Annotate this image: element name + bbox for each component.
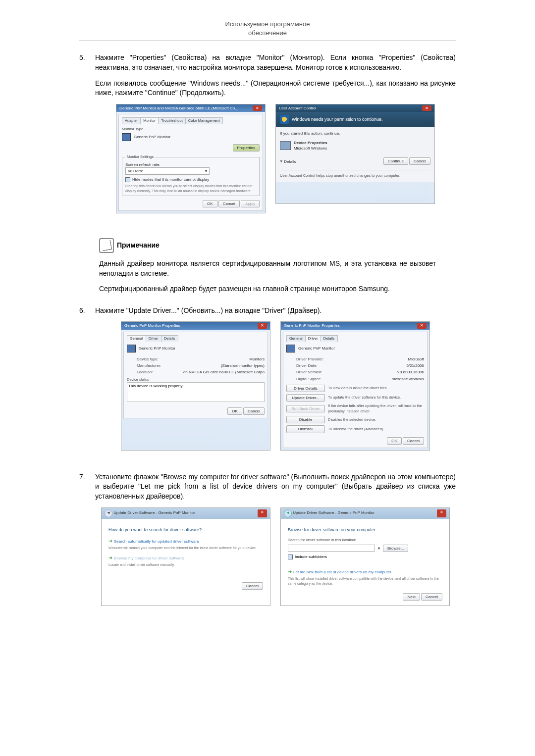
uac-device-vendor: Microsoft Windows bbox=[294, 146, 327, 151]
cancel-button[interactable]: Cancel bbox=[218, 200, 240, 207]
cancel-button[interactable]: Cancel bbox=[243, 407, 265, 415]
tab-driver[interactable]: Driver bbox=[305, 335, 321, 342]
back-icon[interactable]: ◄ bbox=[105, 509, 112, 517]
arrow-icon: ➔ bbox=[108, 555, 112, 560]
pnp-driver-title: Generic PnP Monitor Properties bbox=[284, 323, 340, 328]
update-driver-button[interactable]: Update Driver... bbox=[286, 394, 325, 402]
disable-button[interactable]: Disable bbox=[286, 416, 325, 423]
pnp-general-title: Generic PnP Monitor Properties bbox=[124, 323, 180, 328]
tab-monitor[interactable]: Monitor bbox=[140, 117, 159, 124]
hide-modes-checkbox[interactable] bbox=[125, 177, 130, 182]
ok-button[interactable]: OK bbox=[227, 407, 242, 415]
arrow-icon: ➔ bbox=[108, 538, 112, 544]
wiz2-option-pick[interactable]: Let me pick from a list of device driver… bbox=[293, 570, 391, 574]
cancel-button[interactable]: Cancel bbox=[403, 437, 424, 445]
back-icon[interactable]: ◄ bbox=[284, 509, 292, 517]
rollback-driver-button[interactable]: Roll Back Driver bbox=[286, 405, 325, 412]
update-driver-wizard-search: ◄ Update Driver Software - Generic PnP M… bbox=[101, 507, 270, 606]
step-6-text: Нажмите "Update Driver..." (Обновить...)… bbox=[95, 306, 456, 316]
chevron-down-icon: ▾ bbox=[205, 168, 207, 174]
tab-details[interactable]: Details bbox=[161, 335, 178, 342]
uac-footer: User Account Control helps stop unauthor… bbox=[280, 170, 430, 179]
note-text-2: Сертифицированный драйвер будет размещен… bbox=[99, 284, 436, 294]
close-icon[interactable]: ✕ bbox=[417, 323, 427, 328]
close-icon[interactable]: ✕ bbox=[258, 323, 267, 328]
pnp-driver-name: Generic PnP Monitor bbox=[298, 346, 335, 351]
step-7-number: 7. bbox=[79, 472, 95, 616]
device-status-label: Device status bbox=[127, 377, 265, 383]
tab-troubleshoot[interactable]: Troubleshoot bbox=[158, 117, 186, 124]
close-icon[interactable]: ✕ bbox=[437, 509, 446, 517]
pnp-properties-driver-window: Generic PnP Monitor Properties ✕ General… bbox=[280, 321, 430, 450]
wiz1-option-auto-desc: Windows will search your computer and th… bbox=[108, 546, 263, 551]
tab-adapter[interactable]: Adapter bbox=[122, 117, 141, 124]
cancel-button[interactable]: Cancel bbox=[409, 157, 430, 165]
shield-icon bbox=[280, 115, 289, 124]
step-5-text-2: Если появилось сообщение "Windows needs.… bbox=[95, 79, 456, 98]
include-subfolders-label: Include subfolders bbox=[295, 554, 327, 559]
ok-button[interactable]: OK bbox=[387, 437, 402, 445]
monitor-name: Generic PnP Monitor bbox=[134, 134, 170, 140]
apply-button[interactable]: Apply bbox=[241, 200, 260, 207]
page-header: Используемое программное обеспечение bbox=[79, 20, 456, 41]
step-7-text: Установите флажок "Browse my computer fo… bbox=[95, 472, 456, 502]
driver-details-button[interactable]: Driver Details bbox=[286, 385, 325, 392]
note-text-1: Данный драйвер монитора является сертифи… bbox=[99, 259, 436, 278]
wiz2-option-pick-desc: This list will show installed driver sof… bbox=[288, 576, 442, 586]
location-input[interactable] bbox=[288, 545, 375, 552]
monitor-window-title: Generic PnP Monitor and NVIDIA GeForce 6… bbox=[119, 105, 238, 111]
hide-modes-desc: Clearing this check box allows you to se… bbox=[125, 184, 256, 194]
next-button[interactable]: Next bbox=[403, 593, 420, 601]
chevron-down-icon[interactable]: ▾ bbox=[280, 158, 283, 164]
properties-button[interactable]: Properties bbox=[233, 144, 260, 151]
header-line-1: Используемое программное bbox=[79, 20, 456, 29]
monitor-settings-legend: Monitor Settings bbox=[125, 154, 155, 160]
wiz1-option-browse[interactable]: Browse my computer for driver software bbox=[114, 556, 184, 560]
close-icon[interactable]: ✕ bbox=[422, 105, 431, 111]
monitor-type-label: Monitor Type bbox=[122, 127, 260, 132]
uac-started-text: If you started this action, continue. bbox=[280, 131, 430, 136]
uac-device-name: Device Properties bbox=[294, 140, 327, 146]
wiz1-option-browse-desc: Locate and install driver software manua… bbox=[108, 562, 263, 567]
uac-details-link[interactable]: Details bbox=[284, 159, 296, 164]
monitor-icon bbox=[127, 345, 136, 353]
pnp-general-name: Generic PnP Monitor bbox=[139, 346, 175, 351]
arrow-icon: ➔ bbox=[288, 569, 292, 574]
uninstall-button[interactable]: Uninstall bbox=[286, 425, 325, 433]
note-icon bbox=[99, 238, 114, 253]
update-driver-wizard-browse: ◄ Update Driver Software - Generic PnP M… bbox=[280, 507, 450, 606]
step-5-number: 5. bbox=[79, 53, 95, 223]
cancel-button[interactable]: Cancel bbox=[242, 582, 263, 590]
browse-button[interactable]: Browse... bbox=[383, 545, 408, 552]
monitor-icon bbox=[286, 345, 295, 353]
wiz1-title: Update Driver Software - Generic PnP Mon… bbox=[113, 510, 195, 515]
device-icon bbox=[280, 141, 291, 150]
header-line-2: обеспечение bbox=[79, 29, 456, 38]
include-subfolders-checkbox[interactable] bbox=[288, 554, 293, 559]
cancel-button[interactable]: Cancel bbox=[421, 593, 442, 601]
wiz2-title: Update Driver Software - Generic PnP Mon… bbox=[293, 510, 374, 515]
footer-separator bbox=[79, 631, 456, 631]
continue-button[interactable]: Continue bbox=[383, 157, 408, 165]
wiz2-search-label: Search for driver software in this locat… bbox=[288, 538, 442, 543]
tab-general[interactable]: General bbox=[127, 335, 146, 342]
monitor-tabs: Adapter Monitor Troubleshoot Color Manag… bbox=[122, 117, 260, 124]
step-5-text-1: Нажмите "Properties" (Свойства) на вклад… bbox=[95, 53, 456, 72]
tab-general[interactable]: General bbox=[286, 335, 306, 342]
pnp-properties-general-window: Generic PnP Monitor Properties ✕ General… bbox=[121, 321, 270, 450]
ok-button[interactable]: OK bbox=[203, 200, 217, 207]
wiz1-question: How do you want to search for driver sof… bbox=[108, 527, 263, 533]
wiz2-heading: Browse for driver software on your compu… bbox=[288, 527, 442, 533]
tab-color-mgmt[interactable]: Color Management bbox=[185, 117, 223, 124]
tab-details[interactable]: Details bbox=[321, 335, 338, 342]
close-icon[interactable]: ✕ bbox=[253, 105, 262, 111]
uac-band-text: Windows needs your permission to contion… bbox=[292, 116, 383, 123]
step-6-number: 6. bbox=[79, 306, 95, 460]
refresh-rate-label: Screen refresh rate: bbox=[125, 162, 256, 167]
uac-title: User Account Control bbox=[279, 105, 317, 111]
chevron-down-icon[interactable]: ▾ bbox=[378, 546, 380, 551]
wiz1-option-auto[interactable]: Search automatically for updated driver … bbox=[114, 539, 199, 544]
tab-driver[interactable]: Driver bbox=[146, 335, 161, 342]
close-icon[interactable]: ✕ bbox=[258, 509, 267, 517]
refresh-rate-select[interactable]: 60 Hertz ▾ bbox=[125, 167, 210, 175]
